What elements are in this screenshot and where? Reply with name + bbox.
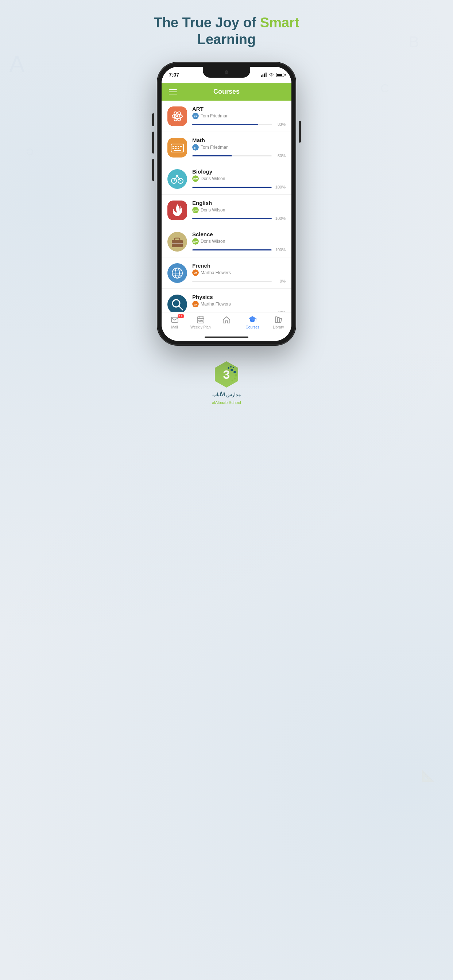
teacher-avatar-art: TF: [192, 113, 199, 119]
svg-rect-17: [167, 138, 187, 158]
phone-shell: 7:07: [157, 62, 296, 345]
svg-text:TF: TF: [194, 115, 197, 118]
progress-bar-bg-biology: [192, 187, 272, 188]
nav-item-home[interactable]: [215, 315, 238, 329]
progress-pct-biology: 100%: [274, 185, 286, 189]
svg-rect-77: [202, 320, 203, 321]
battery-icon: [276, 73, 284, 77]
course-item-french[interactable]: French MF Martha Flowers 0%: [161, 258, 292, 289]
course-teacher-biology: DW Doris Wilson: [192, 175, 286, 182]
teacher-avatar-science: DW: [192, 238, 199, 245]
course-info-math: Math TF Tom Friedman 50%: [192, 137, 286, 158]
nav-item-library[interactable]: Library: [267, 315, 289, 329]
svg-rect-80: [278, 318, 279, 323]
svg-point-32: [176, 175, 179, 177]
nav-icon-library: [274, 315, 283, 324]
svg-rect-23: [172, 148, 174, 149]
teacher-avatar-physics1: MF: [192, 301, 199, 307]
course-icon-english: [167, 200, 187, 220]
progress-pct-science: 100%: [274, 248, 286, 252]
status-time: 7:07: [169, 72, 179, 78]
svg-rect-29: [167, 169, 187, 189]
svg-point-85: [234, 374, 237, 376]
course-icon-science: [167, 232, 187, 251]
nav-label-courses: Courses: [246, 325, 259, 329]
course-item-art[interactable]: ART TF Tom Friedman 83%: [161, 100, 292, 132]
nav-item-weekly[interactable]: Weekly Plan: [190, 315, 212, 329]
svg-text:TF: TF: [194, 146, 197, 150]
teacher-avatar-french: MF: [192, 269, 199, 276]
course-icon-art: [167, 107, 187, 126]
svg-point-88: [228, 367, 230, 369]
teacher-name-art: Tom Friedman: [201, 113, 229, 118]
svg-point-3: [27, 149, 33, 155]
teacher-name-physics1: Martha Flowers: [201, 302, 231, 307]
svg-rect-9: [266, 73, 266, 77]
course-item-math[interactable]: Math TF Tom Friedman 50%: [161, 132, 292, 163]
course-info-art: ART TF Tom Friedman 83%: [192, 106, 286, 127]
progress-bar-fill-math: [192, 155, 232, 156]
teacher-name-science: Doris Wilson: [201, 239, 225, 244]
progress-bar-fill-art: [192, 124, 258, 125]
course-name-physics1: Physics: [192, 294, 286, 300]
nav-item-courses[interactable]: Courses: [241, 315, 263, 329]
svg-rect-8: [264, 74, 265, 77]
logo-section: 3 مدارس الألباب alAlbaab School: [212, 360, 241, 405]
svg-point-89: [230, 366, 231, 368]
progress-bar-bg-art: [192, 124, 272, 125]
progress-pct-art: 83%: [274, 122, 286, 127]
menu-button[interactable]: [169, 89, 177, 94]
progress-bar-bg-science: [192, 250, 272, 250]
svg-rect-6: [261, 75, 262, 77]
svg-point-87: [231, 380, 233, 382]
svg-rect-25: [178, 148, 179, 149]
nav-badge-mail: 11: [178, 314, 184, 318]
svg-rect-52: [167, 294, 187, 312]
page-title: The True Joy of Smart Learning: [153, 14, 299, 48]
course-info-french: French MF Martha Flowers 0%: [192, 262, 286, 283]
course-item-english[interactable]: English DW Doris Wilson 100%: [161, 195, 292, 226]
progress-pct-physics1: 48%: [274, 310, 286, 312]
course-teacher-science: DW Doris Wilson: [192, 238, 286, 245]
course-item-science[interactable]: Science DW Doris Wilson 100%: [161, 226, 292, 258]
nav-label-library: Library: [273, 325, 284, 329]
progress-bar-bg-french: [192, 281, 272, 282]
svg-rect-75: [199, 320, 200, 321]
course-icon-biology: [167, 169, 187, 189]
svg-rect-22: [180, 146, 182, 147]
progress-bar-fill-physics1: [192, 312, 231, 312]
teacher-name-english: Doris Wilson: [201, 207, 225, 213]
school-name-english: alAlbaab School: [212, 400, 241, 405]
svg-point-83: [231, 369, 233, 371]
course-info-physics1: Physics MF Martha Flowers 48%: [192, 294, 286, 312]
progress-row-biology: 100%: [192, 185, 286, 189]
course-name-art: ART: [192, 106, 286, 112]
svg-point-84: [233, 371, 236, 373]
svg-rect-76: [200, 320, 201, 321]
svg-text:MF: MF: [194, 303, 198, 306]
teacher-avatar-english: DW: [192, 207, 199, 213]
svg-text:DW: DW: [193, 240, 198, 243]
bottom-nav: 11 Mail Weekly Plan: [161, 312, 292, 334]
svg-text:DW: DW: [193, 178, 198, 181]
teacher-name-biology: Doris Wilson: [201, 176, 225, 181]
svg-rect-79: [275, 317, 277, 323]
nav-icon-home: [222, 315, 231, 324]
course-item-biology[interactable]: Biology DW Doris Wilson 100%: [161, 163, 292, 195]
progress-row-science: 100%: [192, 248, 286, 252]
svg-point-90: [233, 367, 234, 368]
progress-row-math: 50%: [192, 153, 286, 158]
svg-text:B: B: [408, 33, 419, 50]
course-info-english: English DW Doris Wilson 100%: [192, 200, 286, 221]
logo-hex-icon: 3: [212, 360, 241, 389]
nav-label-weekly: Weekly Plan: [190, 325, 211, 329]
progress-bar-bg-math: [192, 155, 272, 156]
teacher-name-math: Tom Friedman: [201, 145, 229, 150]
progress-row-french: 0%: [192, 279, 286, 283]
course-item-physics1[interactable]: Physics MF Martha Flowers 48%: [161, 289, 292, 312]
nav-item-mail[interactable]: 11 Mail: [164, 315, 186, 329]
teacher-avatar-biology: DW: [192, 175, 199, 182]
svg-point-86: [234, 378, 236, 380]
progress-bar-fill-science: [192, 250, 272, 250]
course-name-english: English: [192, 200, 286, 206]
